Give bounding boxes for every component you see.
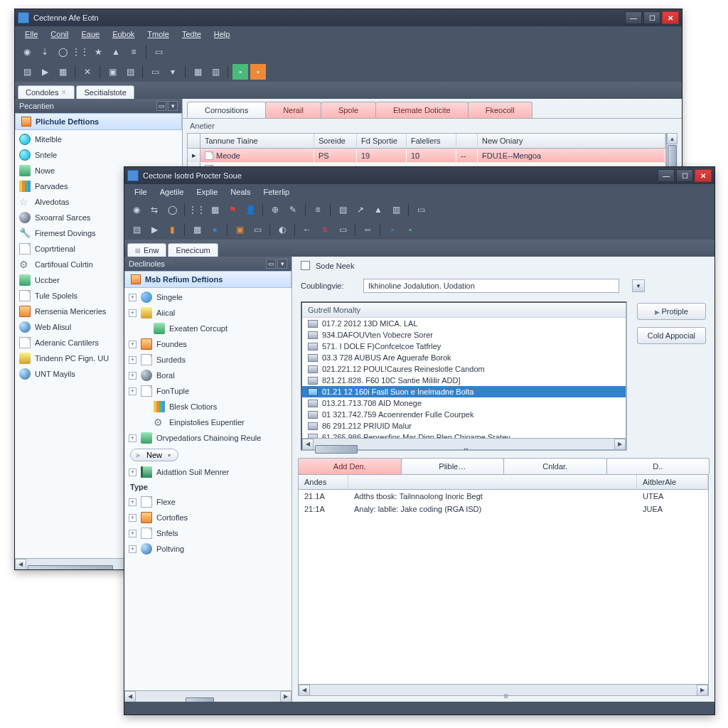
tb-icon[interactable]: ▦ — [207, 202, 223, 218]
ttab-etemate[interactable]: Etemate Doticite — [375, 102, 469, 118]
tree-item[interactable]: +Surdeds — [124, 352, 291, 368]
tree-item[interactable]: +Foundes — [124, 336, 291, 352]
result-row[interactable]: 21.1AAdths tbosk: Tailnnaolong Inoric Be… — [299, 490, 708, 503]
list-item[interactable]: 571. I DOLE F)Confcelcoe Tatfrley — [302, 341, 626, 352]
col-blank[interactable] — [456, 134, 478, 148]
result-row[interactable]: 21:1AAnaly: lablle: Jake coding (RGA ISD… — [299, 503, 708, 515]
ttab-fkeocoll[interactable]: Fkeocoll — [468, 102, 532, 118]
scroll-left-icon[interactable]: ◀ — [299, 685, 310, 696]
tree-item[interactable]: +Cortofles — [124, 510, 291, 525]
tb-icon[interactable]: ◯ — [55, 44, 70, 60]
atab-plible[interactable]: Plible… — [401, 458, 505, 474]
expand-icon[interactable]: + — [129, 498, 136, 506]
tab-close-icon[interactable]: ✕ — [61, 89, 67, 96]
tb-icon[interactable]: ▤ — [335, 202, 350, 218]
tree-item[interactable]: Blesk Clotiors — [124, 399, 291, 414]
list-item[interactable]: 01 321.742.759 Acoenrender Fulle Courpek — [302, 409, 626, 420]
tb-icon[interactable]: ◉ — [129, 202, 144, 218]
expand-icon[interactable]: + — [129, 309, 136, 317]
back-titlebar[interactable]: Cectenne Afe Eotn — [15, 9, 682, 26]
menu-feterlip[interactable]: Feterlip — [257, 186, 295, 198]
list-hscroll[interactable]: ◀ •• ▶ — [302, 438, 626, 449]
close-button[interactable] — [662, 11, 679, 24]
tb-icon[interactable]: ▭ — [335, 222, 350, 237]
tab-condoles[interactable]: Condoles✕ — [18, 85, 75, 99]
ttab-nerail[interactable]: Nerail — [265, 102, 321, 118]
tb-icon[interactable]: ▭ — [250, 222, 265, 237]
ttab-spole[interactable]: Spole — [321, 102, 376, 118]
sidebar-dropdown-icon[interactable]: ▾ — [168, 101, 178, 111]
tb-icon[interactable]: ▮ — [164, 222, 180, 237]
table-row[interactable]: ▸ Meode PS 19 10 -- FDU1E--Mengoa — [188, 149, 665, 163]
menu-conil[interactable]: Conil — [45, 28, 74, 40]
tb-icon[interactable]: ↯ — [317, 222, 333, 237]
scroll-right-icon[interactable]: ▶ — [614, 439, 626, 450]
col-soreide[interactable]: Soreide — [314, 134, 357, 148]
tb-icon[interactable]: ◐ — [274, 222, 290, 237]
sidebar-dropdown-icon[interactable]: ▾ — [277, 259, 287, 269]
rcol-blank[interactable] — [348, 475, 637, 489]
list-item[interactable]: 61 265 986 Penresfins Mar Dign Plen Chin… — [302, 432, 626, 438]
menu-help[interactable]: Help — [208, 28, 236, 40]
scroll-left-icon[interactable]: ◀ — [124, 691, 136, 702]
sidebar-toggle-icon[interactable]: ▭ — [156, 101, 166, 111]
back-section-header[interactable]: Plichule Deftions — [15, 113, 182, 130]
tree-item[interactable]: +Singele — [124, 289, 291, 305]
dropdown-icon[interactable]: ▼ — [632, 279, 645, 292]
tb-icon[interactable]: 👤 — [242, 202, 258, 218]
expand-icon[interactable]: + — [129, 372, 136, 380]
tb-icon[interactable]: ▭ — [151, 44, 166, 60]
expand-icon[interactable]: + — [129, 356, 136, 364]
protiple-button[interactable]: ▶ Protiple — [637, 303, 706, 320]
tb-icon[interactable]: ◉ — [19, 44, 35, 60]
scroll-left-icon[interactable]: ◀ — [15, 559, 26, 570]
menu-agetile[interactable]: Agetile — [154, 186, 190, 198]
tb-icon[interactable]: ● — [207, 222, 223, 237]
list-item[interactable]: 017.2 2012 13D MICA. LAL — [302, 318, 626, 329]
tb-icon[interactable]: ▣ — [105, 64, 120, 80]
rcol-andes[interactable]: Andes — [299, 475, 348, 489]
tb-icon[interactable]: ▪ — [402, 222, 418, 237]
list-item[interactable]: 013.21.713.708 AID Monege — [302, 397, 626, 409]
tree-item[interactable]: +Snfels — [124, 525, 291, 541]
sidebar-toggle-icon[interactable]: ▭ — [266, 259, 276, 269]
new-button[interactable]: New▾ — [130, 449, 178, 461]
tb-icon[interactable]: ▦ — [55, 64, 70, 80]
atab-cnldar[interactable]: Cnldar. — [503, 458, 607, 474]
menu-explie[interactable]: Explie — [191, 186, 223, 198]
coublingvie-select[interactable]: Ikhinoline Jodalution. Uodation — [363, 279, 619, 293]
menu-file[interactable]: File — [129, 186, 153, 198]
tree-item[interactable]: +Poltving — [124, 541, 291, 557]
menu-neals[interactable]: Neals — [225, 186, 256, 198]
tree-item[interactable]: ⚙Einpistolies Eupentier — [124, 414, 291, 430]
list-item[interactable]: 01.21 12 160i Fasll Suon e Inelmadne Bol… — [302, 386, 626, 397]
list-item[interactable]: 021.221.12 POUL!Caures Reineslotle Cando… — [302, 363, 626, 375]
sode-neek-checkbox[interactable] — [301, 261, 310, 270]
tb-icon[interactable]: ⇆ — [146, 202, 162, 218]
tb-icon[interactable]: ▶ — [146, 222, 162, 237]
minimize-button[interactable] — [658, 169, 675, 182]
expand-icon[interactable]: + — [129, 514, 136, 522]
tb-icon[interactable]: ↗ — [353, 202, 368, 218]
tb-icon[interactable]: ≡ — [310, 202, 326, 218]
scroll-right-icon[interactable]: ▶ — [280, 691, 291, 702]
tree-item[interactable]: +Orvpedatiors Chainoing Reule — [124, 430, 291, 446]
tb-icon[interactable]: ⊕ — [267, 202, 283, 218]
tree-item[interactable]: +FonTuple — [124, 383, 291, 399]
list-item[interactable]: 03.3 728 AUBUS Are Aguerafe Borok — [302, 352, 626, 363]
menu-elle[interactable]: Elle — [19, 28, 43, 40]
tb-icon[interactable]: ⚑ — [225, 202, 240, 218]
tb-icon[interactable]: ▤ — [19, 64, 35, 80]
tb-icon[interactable]: ▭ — [147, 64, 163, 80]
scroll-left-icon[interactable]: ◀ — [302, 439, 314, 450]
tb-icon[interactable]: ▪ — [385, 222, 400, 237]
menu-eaue[interactable]: Eaue — [75, 28, 105, 40]
list-header[interactable]: Gutrell Monalty — [302, 303, 626, 318]
col-fdsportie[interactable]: Fd Sportie — [357, 134, 407, 148]
expand-icon[interactable]: + — [129, 469, 136, 476]
front-section-header[interactable]: Msb Refium Deftions — [124, 271, 291, 288]
tab-enw[interactable]: ▤Enw — [127, 243, 166, 257]
row-handle[interactable]: ▸ — [188, 149, 200, 162]
close-button[interactable] — [695, 169, 712, 182]
expand-icon[interactable]: + — [129, 387, 136, 395]
